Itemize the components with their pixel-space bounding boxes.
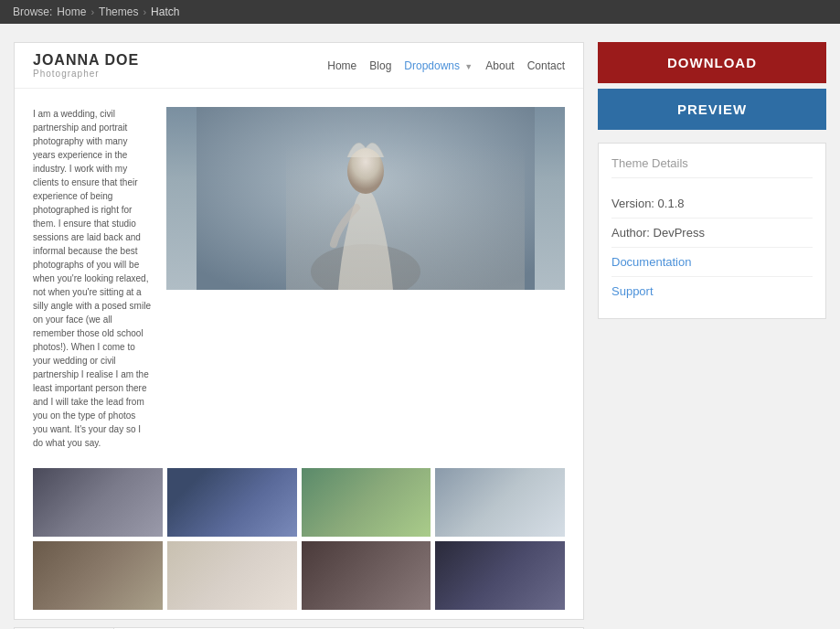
left-column: JOANNA DOE Photographer Home Blog Dropdo… <box>14 42 584 629</box>
support-link[interactable]: Support <box>611 277 813 305</box>
breadcrumb-label: Browse: <box>13 5 52 18</box>
breadcrumb-current: Hatch <box>151 5 179 18</box>
theme-main-image <box>166 107 565 450</box>
brand-sub: Photographer <box>33 69 139 79</box>
dropdown-arrow-icon: ▼ <box>464 62 473 71</box>
theme-brand: JOANNA DOE Photographer <box>33 52 139 79</box>
gallery-item-6 <box>167 541 297 610</box>
nav-home[interactable]: Home <box>327 59 356 72</box>
nav-dropdowns[interactable]: Dropdowns ▼ <box>404 59 473 72</box>
download-button[interactable]: Download <box>598 42 826 83</box>
version-label: Version: <box>611 197 654 210</box>
theme-details: Theme Details Version: 0.1.8 Author: Dev… <box>598 143 826 319</box>
breadcrumb-sep2: › <box>143 6 146 17</box>
right-sidebar: Download Preview Theme Details Version: … <box>598 42 826 319</box>
version-row: Version: 0.1.8 <box>611 189 813 219</box>
nav-blog[interactable]: Blog <box>369 59 391 72</box>
gallery-item-1 <box>33 468 163 537</box>
theme-preview-area: JOANNA DOE Photographer Home Blog Dropdo… <box>14 42 584 620</box>
brand-name: JOANNA DOE <box>33 52 139 69</box>
svg-rect-0 <box>197 107 535 290</box>
hero-svg <box>166 107 565 290</box>
nav-contact[interactable]: Contact <box>527 59 565 72</box>
breadcrumb: Browse: Home › Themes › Hatch <box>0 0 840 24</box>
breadcrumb-themes[interactable]: Themes <box>99 5 138 18</box>
sidebar-bio-text: I am a wedding, civil partnership and po… <box>33 107 152 450</box>
hero-figure <box>166 107 565 290</box>
version-value: 0.1.8 <box>658 197 685 210</box>
gallery-item-2 <box>167 468 297 537</box>
author-label: Author: <box>611 226 650 240</box>
breadcrumb-home[interactable]: Home <box>57 5 86 18</box>
main-layout: JOANNA DOE Photographer Home Blog Dropdo… <box>0 24 840 629</box>
hero-image <box>166 107 565 290</box>
theme-details-title: Theme Details <box>611 156 813 178</box>
author-value: DevPress <box>654 226 705 240</box>
theme-sidebar-text: I am a wedding, civil partnership and po… <box>33 107 152 450</box>
theme-content: I am a wedding, civil partnership and po… <box>15 89 583 468</box>
gallery-item-4 <box>435 468 565 537</box>
breadcrumb-sep1: › <box>90 6 94 17</box>
preview-button[interactable]: Preview <box>598 89 826 130</box>
gallery-grid <box>15 468 583 619</box>
theme-nav: JOANNA DOE Photographer Home Blog Dropdo… <box>15 43 583 89</box>
theme-nav-links: Home Blog Dropdowns ▼ About Contact <box>327 59 565 72</box>
gallery-item-7 <box>302 541 431 610</box>
author-row: Author: DevPress <box>611 219 813 248</box>
gallery-item-8 <box>435 541 565 610</box>
documentation-link[interactable]: Documentation <box>611 248 813 277</box>
svg-point-2 <box>347 148 384 194</box>
gallery-item-5 <box>33 541 163 610</box>
gallery-item-3 <box>302 468 431 537</box>
nav-about[interactable]: About <box>485 59 514 72</box>
svg-point-1 <box>311 244 420 290</box>
